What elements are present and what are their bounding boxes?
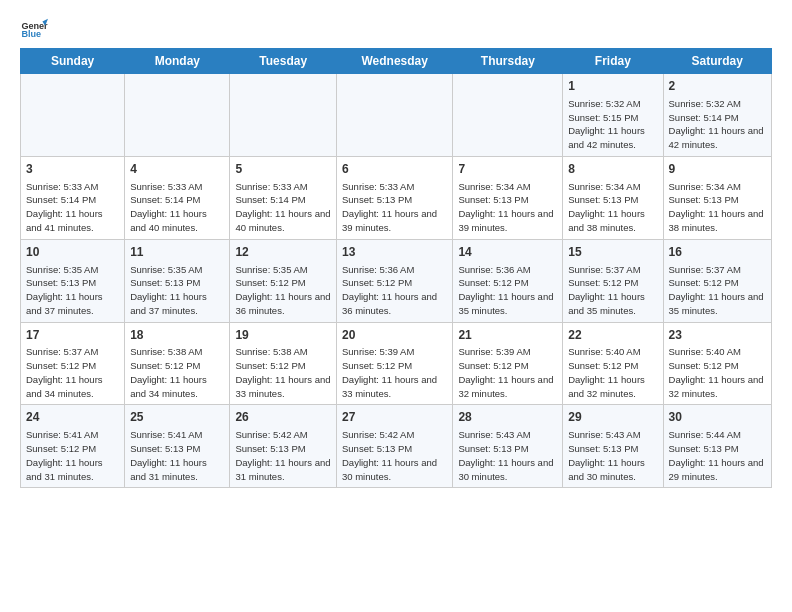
day-info: Sunrise: 5:36 AM Sunset: 5:12 PM Dayligh… xyxy=(458,263,557,318)
calendar-day-cell: 6Sunrise: 5:33 AM Sunset: 5:13 PM Daylig… xyxy=(336,156,452,239)
day-number: 9 xyxy=(669,161,766,178)
day-number: 27 xyxy=(342,409,447,426)
day-number: 6 xyxy=(342,161,447,178)
calendar-day-cell: 10Sunrise: 5:35 AM Sunset: 5:13 PM Dayli… xyxy=(21,239,125,322)
calendar-day-cell: 14Sunrise: 5:36 AM Sunset: 5:12 PM Dayli… xyxy=(453,239,563,322)
day-number: 17 xyxy=(26,327,119,344)
day-info: Sunrise: 5:41 AM Sunset: 5:13 PM Dayligh… xyxy=(130,428,224,483)
day-info: Sunrise: 5:33 AM Sunset: 5:13 PM Dayligh… xyxy=(342,180,447,235)
day-info: Sunrise: 5:32 AM Sunset: 5:15 PM Dayligh… xyxy=(568,97,657,152)
day-info: Sunrise: 5:35 AM Sunset: 5:13 PM Dayligh… xyxy=(130,263,224,318)
day-number: 10 xyxy=(26,244,119,261)
day-number: 7 xyxy=(458,161,557,178)
calendar-day-cell: 22Sunrise: 5:40 AM Sunset: 5:12 PM Dayli… xyxy=(563,322,663,405)
day-number: 15 xyxy=(568,244,657,261)
day-info: Sunrise: 5:41 AM Sunset: 5:12 PM Dayligh… xyxy=(26,428,119,483)
day-number: 11 xyxy=(130,244,224,261)
weekday-header-friday: Friday xyxy=(563,49,663,74)
day-info: Sunrise: 5:37 AM Sunset: 5:12 PM Dayligh… xyxy=(669,263,766,318)
day-info: Sunrise: 5:42 AM Sunset: 5:13 PM Dayligh… xyxy=(342,428,447,483)
day-info: Sunrise: 5:37 AM Sunset: 5:12 PM Dayligh… xyxy=(26,345,119,400)
day-info: Sunrise: 5:42 AM Sunset: 5:13 PM Dayligh… xyxy=(235,428,331,483)
day-info: Sunrise: 5:35 AM Sunset: 5:12 PM Dayligh… xyxy=(235,263,331,318)
day-number: 30 xyxy=(669,409,766,426)
day-info: Sunrise: 5:34 AM Sunset: 5:13 PM Dayligh… xyxy=(458,180,557,235)
day-info: Sunrise: 5:33 AM Sunset: 5:14 PM Dayligh… xyxy=(235,180,331,235)
day-info: Sunrise: 5:38 AM Sunset: 5:12 PM Dayligh… xyxy=(130,345,224,400)
weekday-row: SundayMondayTuesdayWednesdayThursdayFrid… xyxy=(21,49,772,74)
calendar-week-row: 1Sunrise: 5:32 AM Sunset: 5:15 PM Daylig… xyxy=(21,74,772,157)
day-number: 14 xyxy=(458,244,557,261)
day-info: Sunrise: 5:37 AM Sunset: 5:12 PM Dayligh… xyxy=(568,263,657,318)
day-info: Sunrise: 5:43 AM Sunset: 5:13 PM Dayligh… xyxy=(568,428,657,483)
calendar-day-cell xyxy=(21,74,125,157)
day-number: 22 xyxy=(568,327,657,344)
calendar-body: 1Sunrise: 5:32 AM Sunset: 5:15 PM Daylig… xyxy=(21,74,772,488)
weekday-header-thursday: Thursday xyxy=(453,49,563,74)
day-number: 26 xyxy=(235,409,331,426)
calendar-table: SundayMondayTuesdayWednesdayThursdayFrid… xyxy=(20,48,772,488)
day-info: Sunrise: 5:43 AM Sunset: 5:13 PM Dayligh… xyxy=(458,428,557,483)
calendar-day-cell: 8Sunrise: 5:34 AM Sunset: 5:13 PM Daylig… xyxy=(563,156,663,239)
day-info: Sunrise: 5:34 AM Sunset: 5:13 PM Dayligh… xyxy=(669,180,766,235)
calendar-day-cell: 16Sunrise: 5:37 AM Sunset: 5:12 PM Dayli… xyxy=(663,239,771,322)
calendar-day-cell: 20Sunrise: 5:39 AM Sunset: 5:12 PM Dayli… xyxy=(336,322,452,405)
calendar-day-cell: 29Sunrise: 5:43 AM Sunset: 5:13 PM Dayli… xyxy=(563,405,663,488)
calendar-day-cell: 24Sunrise: 5:41 AM Sunset: 5:12 PM Dayli… xyxy=(21,405,125,488)
day-number: 3 xyxy=(26,161,119,178)
day-number: 8 xyxy=(568,161,657,178)
day-number: 28 xyxy=(458,409,557,426)
day-number: 18 xyxy=(130,327,224,344)
day-info: Sunrise: 5:44 AM Sunset: 5:13 PM Dayligh… xyxy=(669,428,766,483)
weekday-header-monday: Monday xyxy=(125,49,230,74)
day-info: Sunrise: 5:40 AM Sunset: 5:12 PM Dayligh… xyxy=(568,345,657,400)
calendar-day-cell: 4Sunrise: 5:33 AM Sunset: 5:14 PM Daylig… xyxy=(125,156,230,239)
calendar-day-cell: 5Sunrise: 5:33 AM Sunset: 5:14 PM Daylig… xyxy=(230,156,337,239)
calendar-day-cell: 15Sunrise: 5:37 AM Sunset: 5:12 PM Dayli… xyxy=(563,239,663,322)
day-info: Sunrise: 5:38 AM Sunset: 5:12 PM Dayligh… xyxy=(235,345,331,400)
weekday-header-tuesday: Tuesday xyxy=(230,49,337,74)
calendar-day-cell: 30Sunrise: 5:44 AM Sunset: 5:13 PM Dayli… xyxy=(663,405,771,488)
calendar-day-cell: 17Sunrise: 5:37 AM Sunset: 5:12 PM Dayli… xyxy=(21,322,125,405)
day-info: Sunrise: 5:40 AM Sunset: 5:12 PM Dayligh… xyxy=(669,345,766,400)
calendar-day-cell: 18Sunrise: 5:38 AM Sunset: 5:12 PM Dayli… xyxy=(125,322,230,405)
day-number: 12 xyxy=(235,244,331,261)
day-info: Sunrise: 5:33 AM Sunset: 5:14 PM Dayligh… xyxy=(26,180,119,235)
calendar-day-cell xyxy=(453,74,563,157)
weekday-header-sunday: Sunday xyxy=(21,49,125,74)
calendar-day-cell: 19Sunrise: 5:38 AM Sunset: 5:12 PM Dayli… xyxy=(230,322,337,405)
logo-icon: General Blue xyxy=(20,16,48,44)
calendar-day-cell: 13Sunrise: 5:36 AM Sunset: 5:12 PM Dayli… xyxy=(336,239,452,322)
calendar-day-cell: 12Sunrise: 5:35 AM Sunset: 5:12 PM Dayli… xyxy=(230,239,337,322)
calendar-week-row: 10Sunrise: 5:35 AM Sunset: 5:13 PM Dayli… xyxy=(21,239,772,322)
day-number: 24 xyxy=(26,409,119,426)
day-info: Sunrise: 5:39 AM Sunset: 5:12 PM Dayligh… xyxy=(458,345,557,400)
calendar-week-row: 24Sunrise: 5:41 AM Sunset: 5:12 PM Dayli… xyxy=(21,405,772,488)
day-number: 20 xyxy=(342,327,447,344)
day-info: Sunrise: 5:32 AM Sunset: 5:14 PM Dayligh… xyxy=(669,97,766,152)
day-number: 13 xyxy=(342,244,447,261)
calendar-day-cell: 28Sunrise: 5:43 AM Sunset: 5:13 PM Dayli… xyxy=(453,405,563,488)
weekday-header-saturday: Saturday xyxy=(663,49,771,74)
page-header: General Blue xyxy=(20,16,772,44)
calendar-day-cell xyxy=(336,74,452,157)
calendar-day-cell: 21Sunrise: 5:39 AM Sunset: 5:12 PM Dayli… xyxy=(453,322,563,405)
day-number: 2 xyxy=(669,78,766,95)
weekday-header-wednesday: Wednesday xyxy=(336,49,452,74)
calendar-day-cell: 27Sunrise: 5:42 AM Sunset: 5:13 PM Dayli… xyxy=(336,405,452,488)
calendar-week-row: 17Sunrise: 5:37 AM Sunset: 5:12 PM Dayli… xyxy=(21,322,772,405)
day-number: 21 xyxy=(458,327,557,344)
day-number: 25 xyxy=(130,409,224,426)
calendar-day-cell: 25Sunrise: 5:41 AM Sunset: 5:13 PM Dayli… xyxy=(125,405,230,488)
day-number: 16 xyxy=(669,244,766,261)
calendar-day-cell: 11Sunrise: 5:35 AM Sunset: 5:13 PM Dayli… xyxy=(125,239,230,322)
day-number: 23 xyxy=(669,327,766,344)
day-number: 29 xyxy=(568,409,657,426)
day-info: Sunrise: 5:33 AM Sunset: 5:14 PM Dayligh… xyxy=(130,180,224,235)
calendar-day-cell: 23Sunrise: 5:40 AM Sunset: 5:12 PM Dayli… xyxy=(663,322,771,405)
calendar-day-cell: 9Sunrise: 5:34 AM Sunset: 5:13 PM Daylig… xyxy=(663,156,771,239)
day-info: Sunrise: 5:39 AM Sunset: 5:12 PM Dayligh… xyxy=(342,345,447,400)
calendar-day-cell: 1Sunrise: 5:32 AM Sunset: 5:15 PM Daylig… xyxy=(563,74,663,157)
day-number: 4 xyxy=(130,161,224,178)
calendar-header: SundayMondayTuesdayWednesdayThursdayFrid… xyxy=(21,49,772,74)
